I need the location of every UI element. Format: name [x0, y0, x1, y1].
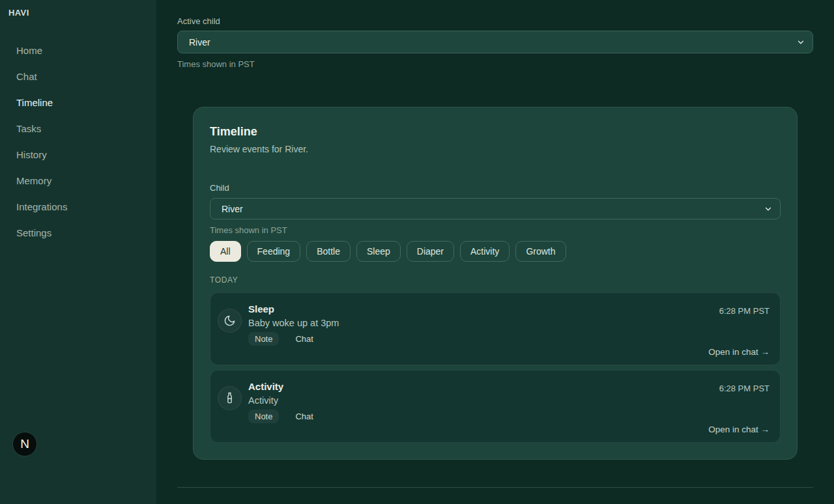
times-note: Times shown in PST [177, 59, 813, 69]
bottom-divider [177, 487, 813, 488]
active-child-select-wrap: River [177, 31, 813, 53]
nextjs-dev-badge[interactable]: N [12, 432, 37, 456]
event-title: Activity [248, 381, 719, 392]
filter-chip-all[interactable]: All [210, 241, 241, 262]
open-in-chat-link[interactable]: Open in chat → [708, 347, 769, 357]
sidebar-item-settings[interactable]: Settings [0, 220, 156, 246]
sidebar-item-tasks[interactable]: Tasks [0, 116, 156, 142]
filter-chip-sleep[interactable]: Sleep [356, 241, 401, 262]
sidebar-item-history[interactable]: History [0, 142, 156, 168]
bottle-icon [218, 386, 242, 410]
event-timestamp: 6:28 PM PST [719, 306, 769, 316]
active-child-label: Active child [177, 16, 813, 26]
event-description: Baby woke up at 3pm [248, 318, 719, 328]
sidebar-item-chat[interactable]: Chat [0, 64, 156, 90]
chat-button[interactable]: Chat [289, 410, 319, 423]
filter-chip-growth[interactable]: Growth [515, 241, 566, 262]
sidebar-item-home[interactable]: Home [0, 38, 156, 64]
card-title: Timeline [210, 125, 781, 139]
app-logo: HAVI [0, 0, 156, 18]
filter-chip-bottle[interactable]: Bottle [306, 241, 351, 262]
sidebar-item-integrations[interactable]: Integrations [0, 194, 156, 220]
card-subtitle: Review events for River. [210, 144, 781, 154]
main-content: Active child River Times shown in PST Ti… [156, 0, 834, 504]
open-in-chat-link[interactable]: Open in chat → [708, 425, 769, 434]
sidebar-item-timeline[interactable]: Timeline [0, 90, 156, 116]
note-button[interactable]: Note [248, 332, 279, 346]
sidebar-nav: Home Chat Timeline Tasks History Memory … [0, 38, 156, 246]
child-field: Child River Times shown in PST [210, 183, 781, 235]
timeline-card: Timeline Review events for River. Child … [193, 107, 798, 460]
sidebar-item-memory[interactable]: Memory [0, 168, 156, 194]
chat-button[interactable]: Chat [289, 332, 319, 346]
child-label: Child [210, 183, 781, 193]
filter-chips: All Feeding Bottle Sleep Diaper Activity… [210, 241, 781, 262]
event-card-sleep[interactable]: Sleep Baby woke up at 3pm Note Chat 6:28… [210, 292, 781, 365]
event-title: Sleep [248, 303, 719, 315]
event-card-activity[interactable]: Activity Activity Note Chat 6:28 PM PST … [210, 370, 781, 443]
card-times-note: Times shown in PST [210, 225, 781, 235]
event-description: Activity [248, 395, 719, 406]
event-timestamp: 6:28 PM PST [719, 384, 769, 393]
today-section-label: TODAY [210, 275, 781, 285]
moon-icon [218, 309, 242, 333]
child-select[interactable]: River [210, 198, 781, 219]
nextjs-n-icon: N [20, 437, 29, 451]
sidebar: HAVI Home Chat Timeline Tasks History Me… [0, 0, 156, 504]
filter-chip-feeding[interactable]: Feeding [247, 241, 301, 262]
note-button[interactable]: Note [248, 410, 279, 423]
active-child-select[interactable]: River [177, 31, 813, 53]
filter-chip-activity[interactable]: Activity [460, 241, 510, 262]
event-list: Sleep Baby woke up at 3pm Note Chat 6:28… [210, 292, 781, 443]
filter-chip-diaper[interactable]: Diaper [407, 241, 454, 262]
child-select-wrap: River [210, 198, 781, 219]
